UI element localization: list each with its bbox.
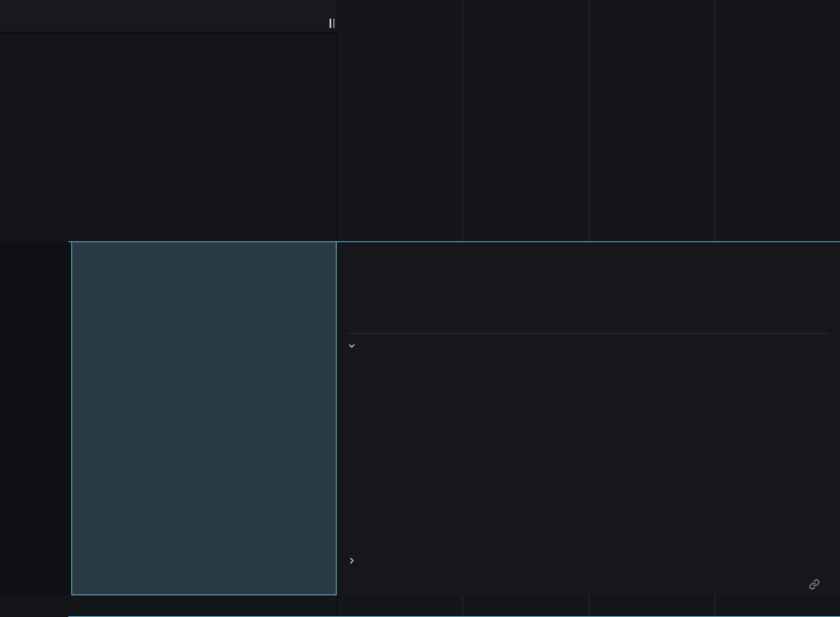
detail-top-border [68,241,840,243]
span-id-row [809,579,829,590]
service-operation-header [0,0,337,33]
selected-span-inline-block [71,241,337,595]
resource-attributes-row [347,556,829,565]
chevron-right-icon [347,556,356,565]
section-divider [347,333,829,334]
span-detail-panel [337,243,840,595]
link-icon[interactable] [809,579,820,590]
span-attributes-section-header[interactable] [347,341,361,350]
timeline-header [337,0,840,33]
trace-viewer [0,0,840,617]
chevron-down-icon [347,341,356,350]
panel-resize-handle[interactable] [327,19,337,29]
tree-indent-area [0,241,71,595]
